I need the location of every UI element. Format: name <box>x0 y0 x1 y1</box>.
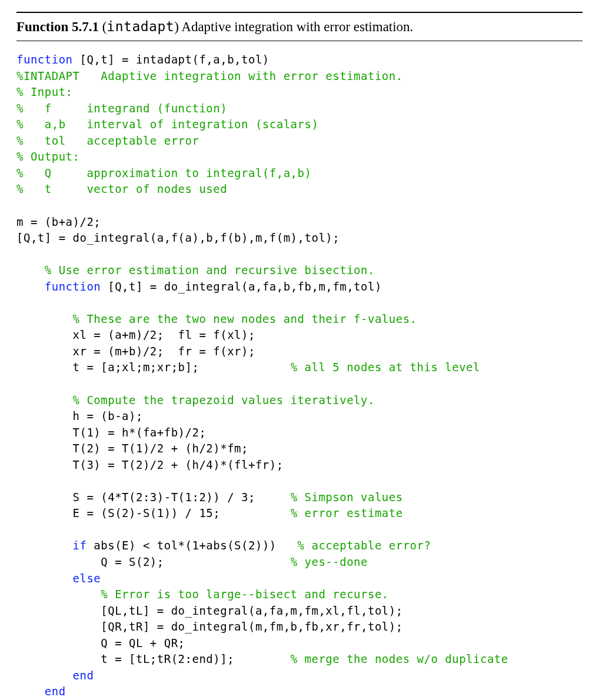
code-text: Q = S(2); <box>16 555 291 568</box>
comment: % yes--done <box>291 555 368 568</box>
comment: % all 5 nodes at this level <box>291 361 480 374</box>
comment: %INTADAPT Adaptive integration with erro… <box>16 69 403 82</box>
comment: % Simpson values <box>291 491 403 504</box>
code-text: [Q,t] = do_integral(a,fa,b,fb,m,fm,tol) <box>101 280 382 293</box>
comment: % a,b interval of integration (scalars) <box>16 118 318 131</box>
comment: % These are the two new nodes and their … <box>16 312 417 325</box>
listing-desc: Adaptive integration with error estimati… <box>181 19 413 34</box>
comment: % Input: <box>16 85 73 98</box>
code-text <box>16 539 73 552</box>
keyword-end: end <box>45 685 66 698</box>
code-text: [QL,tL] = do_integral(a,fa,m,fm,xl,fl,to… <box>16 604 403 617</box>
code-text: T(1) = h*(fa+fb)/2; <box>16 426 206 439</box>
code-text <box>16 685 45 698</box>
code-text: Q = QL + QR; <box>16 636 185 649</box>
comment: % f integrand (function) <box>16 102 227 115</box>
comment: % Compute the trapezoid values iterative… <box>16 394 375 406</box>
code-text <box>16 669 73 682</box>
code-text: [Q,t] = intadapt(f,a,b,tol) <box>73 53 269 66</box>
listing-label: Function 5.7.1 <box>16 19 99 34</box>
code-text: t = [tL;tR(2:end)]; <box>16 652 291 665</box>
comment: % tol acceptable error <box>16 134 199 147</box>
comment: % acceptable error? <box>298 539 431 552</box>
code-text: S = (4*T(2:3)-T(1:2)) / 3; <box>16 491 291 504</box>
keyword-function: function <box>45 280 101 293</box>
rule-top <box>16 12 583 13</box>
keyword-end: end <box>73 669 94 682</box>
comment: % merge the nodes w/o duplicate <box>291 652 508 665</box>
comment: % Error is too large--bisect and recurse… <box>16 588 389 601</box>
code-text: xl = (a+m)/2; fl = f(xl); <box>16 328 255 341</box>
code-text: T(3) = T(2)/2 + (h/4)*(fl+fr); <box>16 458 284 471</box>
comment: % Q approximation to integral(f,a,b) <box>16 166 311 179</box>
comment: % Use error estimation and recursive bis… <box>16 264 375 276</box>
code-text: [Q,t] = do_integral(a,f(a),b,f(b),m,f(m)… <box>16 231 340 244</box>
listing-fname: intadapt <box>107 19 174 34</box>
keyword-else: else <box>73 572 101 585</box>
code-text: E = (S(2)-S(1)) / 15; <box>16 506 291 519</box>
code-text: t = [a;xl;m;xr;b]; <box>16 361 291 374</box>
keyword-function: function <box>16 53 73 66</box>
comment: % Output: <box>16 150 79 163</box>
code-listing: function [Q,t] = intadapt(f,a,b,tol) %IN… <box>16 52 583 700</box>
code-text: xr = (m+b)/2; fr = f(xr); <box>16 345 255 358</box>
comment: % t vector of nodes used <box>16 182 227 195</box>
code-text <box>16 572 73 585</box>
keyword-if: if <box>73 539 87 552</box>
code-text: [QR,tR] = do_integral(m,fm,b,fb,xr,fr,to… <box>16 620 403 633</box>
listing-title: Function 5.7.1 (intadapt) Adaptive integ… <box>16 16 583 37</box>
code-text: m = (b+a)/2; <box>16 215 101 228</box>
code-text <box>16 280 45 293</box>
code-text: h = (b-a); <box>16 409 143 422</box>
code-text: abs(E) < tol*(1+abs(S(2))) <box>86 539 297 552</box>
rule-under-title <box>16 41 583 41</box>
code-text: T(2) = T(1)/2 + (h/2)*fm; <box>16 442 248 455</box>
comment: % error estimate <box>291 506 403 519</box>
